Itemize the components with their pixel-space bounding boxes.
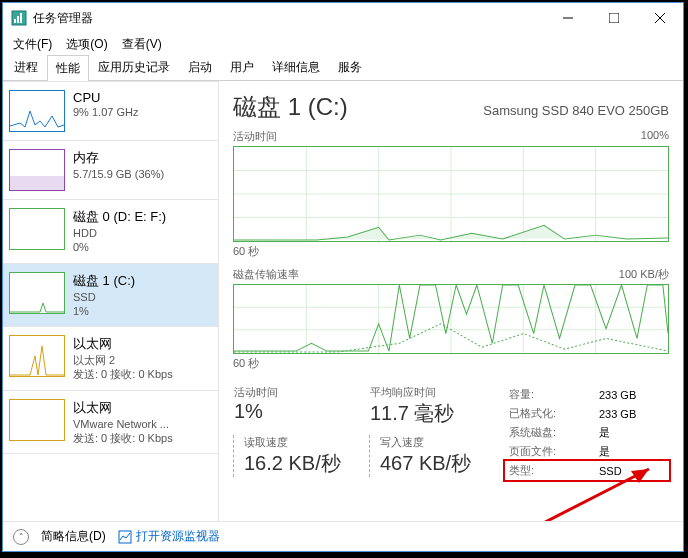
stat-write-value: 467 KB/秒	[380, 450, 505, 477]
sidebar-eth2-title: 以太网	[73, 399, 212, 417]
resmon-label: 打开资源监视器	[136, 528, 220, 545]
brief-info-link[interactable]: 简略信息(D)	[41, 528, 106, 545]
sidebar-item-memory[interactable]: 内存 5.7/15.9 GB (36%)	[3, 141, 218, 200]
chart2-label-right: 100 KB/秒	[619, 267, 669, 282]
window-controls	[545, 3, 683, 33]
sidebar-eth1-sub1: 以太网 2	[73, 353, 212, 367]
chart2-label-left: 磁盘传输速率	[233, 267, 299, 282]
chart1-label-right: 100%	[641, 129, 669, 144]
stats: 活动时间 1% 平均响应时间 11.7 毫秒 读取速度 16.2 KB/秒 写入…	[233, 385, 669, 485]
chart2-bottom: 60 秒	[233, 356, 669, 371]
prop-formatted-value: 233 GB	[595, 404, 669, 423]
sidebar-disk1-sub2: 1%	[73, 304, 212, 318]
svg-rect-1	[14, 19, 16, 23]
tab-services[interactable]: 服务	[329, 54, 371, 80]
tab-processes[interactable]: 进程	[5, 54, 47, 80]
stat-active-label: 活动时间	[234, 385, 369, 400]
maximize-button[interactable]	[591, 3, 637, 33]
sidebar-item-cpu[interactable]: CPU 9% 1.07 GHz	[3, 82, 218, 141]
content: CPU 9% 1.07 GHz 内存 5.7/15.9 GB (36%) 磁盘 …	[3, 81, 683, 521]
svg-rect-2	[17, 16, 19, 23]
sidebar-cpu-sub: 9% 1.07 GHz	[73, 105, 212, 119]
close-icon	[655, 13, 665, 23]
sidebar-item-eth1[interactable]: 以太网 以太网 2 发送: 0 接收: 0 Kbps	[3, 327, 218, 391]
tab-startup[interactable]: 启动	[179, 54, 221, 80]
stat-read-label: 读取速度	[244, 435, 369, 450]
menu-options[interactable]: 选项(O)	[60, 34, 113, 55]
resmon-icon	[118, 530, 132, 544]
sidebar-disk1-title: 磁盘 1 (C:)	[73, 272, 212, 290]
page-title: 磁盘 1 (C:)	[233, 91, 348, 123]
sidebar-disk0-title: 磁盘 0 (D: E: F:)	[73, 208, 212, 226]
tab-app-history[interactable]: 应用历史记录	[89, 54, 179, 80]
menu-file[interactable]: 文件(F)	[7, 34, 58, 55]
minimize-icon	[563, 13, 573, 23]
sidebar-item-eth2[interactable]: 以太网 VMware Network ... 发送: 0 接收: 0 Kbps	[3, 391, 218, 455]
eth1-thumb	[9, 335, 65, 377]
tabbar: 进程 性能 应用历史记录 启动 用户 详细信息 服务	[3, 55, 683, 81]
task-manager-window: 任务管理器 文件(F) 选项(O) 查看(V) 进程 性能 应用历史记录 启动 …	[2, 2, 684, 552]
disk1-thumb	[9, 272, 65, 314]
page-subtitle: Samsung SSD 840 EVO 250GB	[483, 103, 669, 118]
tab-details[interactable]: 详细信息	[263, 54, 329, 80]
sidebar-cpu-title: CPU	[73, 90, 212, 105]
close-button[interactable]	[637, 3, 683, 33]
sidebar-item-disk0[interactable]: 磁盘 0 (D: E: F:) HDD 0%	[3, 200, 218, 264]
chevron-up-icon[interactable]: ˄	[13, 529, 29, 545]
app-icon	[11, 10, 27, 26]
maximize-icon	[609, 13, 619, 23]
main-panel: 磁盘 1 (C:) Samsung SSD 840 EVO 250GB 活动时间…	[219, 81, 683, 521]
sidebar-memory-title: 内存	[73, 149, 212, 167]
eth2-thumb	[9, 399, 65, 441]
stat-write-label: 写入速度	[380, 435, 505, 450]
footer: ˄ 简略信息(D) 打开资源监视器	[3, 521, 683, 551]
menu-view[interactable]: 查看(V)	[116, 34, 168, 55]
tab-performance[interactable]: 性能	[47, 55, 89, 81]
minimize-button[interactable]	[545, 3, 591, 33]
sidebar-memory-sub: 5.7/15.9 GB (36%)	[73, 167, 212, 181]
sidebar-disk0-sub1: HDD	[73, 226, 212, 240]
stat-read-value: 16.2 KB/秒	[244, 450, 369, 477]
svg-rect-8	[10, 176, 64, 190]
sidebar-eth2-sub1: VMware Network ...	[73, 417, 212, 431]
prop-sysdisk-label: 系统磁盘:	[505, 423, 595, 442]
resource-monitor-link[interactable]: 打开资源监视器	[118, 528, 220, 545]
sidebar[interactable]: CPU 9% 1.07 GHz 内存 5.7/15.9 GB (36%) 磁盘 …	[3, 81, 219, 521]
prop-sysdisk-value: 是	[595, 423, 669, 442]
disk0-thumb	[9, 208, 65, 250]
chart1-bottom: 60 秒	[233, 244, 669, 259]
prop-capacity-value: 233 GB	[595, 385, 669, 404]
stat-active-value: 1%	[234, 400, 369, 423]
prop-type-value: SSD	[595, 461, 669, 480]
menubar: 文件(F) 选项(O) 查看(V)	[3, 33, 683, 55]
sidebar-item-disk1[interactable]: 磁盘 1 (C:) SSD 1%	[3, 264, 218, 328]
chart1-label-left: 活动时间	[233, 129, 277, 144]
memory-thumb	[9, 149, 65, 191]
sidebar-eth1-sub2: 发送: 0 接收: 0 Kbps	[73, 367, 212, 381]
stat-response-value: 11.7 毫秒	[370, 400, 505, 427]
sidebar-eth1-title: 以太网	[73, 335, 212, 353]
svg-rect-5	[609, 13, 619, 23]
properties-table: 容量:233 GB 已格式化:233 GB 系统磁盘:是 页面文件:是 类型:S…	[505, 385, 669, 485]
titlebar[interactable]: 任务管理器	[3, 3, 683, 33]
prop-pagefile-value: 是	[595, 442, 669, 461]
tab-users[interactable]: 用户	[221, 54, 263, 80]
stat-response-label: 平均响应时间	[370, 385, 505, 400]
svg-rect-3	[20, 13, 22, 23]
prop-type-label: 类型:	[505, 461, 595, 480]
cpu-thumb	[9, 90, 65, 132]
prop-formatted-label: 已格式化:	[505, 404, 595, 423]
sidebar-eth2-sub2: 发送: 0 接收: 0 Kbps	[73, 431, 212, 445]
window-title: 任务管理器	[33, 10, 545, 27]
prop-pagefile-label: 页面文件:	[505, 442, 595, 461]
sidebar-disk0-sub2: 0%	[73, 240, 212, 254]
activity-chart[interactable]	[233, 146, 669, 242]
prop-capacity-label: 容量:	[505, 385, 595, 404]
sidebar-disk1-sub1: SSD	[73, 290, 212, 304]
transfer-chart[interactable]	[233, 284, 669, 354]
